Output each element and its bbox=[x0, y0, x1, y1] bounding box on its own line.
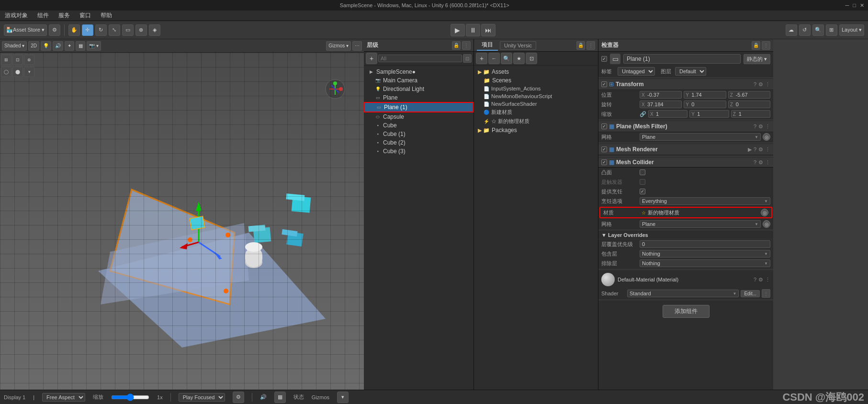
material-settings-icon[interactable]: ⚙ bbox=[758, 277, 763, 283]
proj-search-btn[interactable]: 🔍 bbox=[501, 53, 512, 64]
hier-item-cube1[interactable]: ▪ Cube (1) bbox=[364, 130, 473, 138]
gizmos-toggle-btn[interactable]: ▾ bbox=[337, 392, 349, 403]
proj-options-btn[interactable]: ⊡ bbox=[526, 53, 537, 64]
shader-edit-btn[interactable]: Edit... bbox=[741, 290, 760, 297]
menu-gameobject[interactable]: 游戏对象 bbox=[3, 11, 30, 21]
meshcollider-active[interactable] bbox=[601, 159, 607, 165]
volume-icon[interactable]: 🔊 bbox=[260, 394, 267, 400]
step-button[interactable]: ⏭ bbox=[481, 24, 496, 36]
scale-y-field[interactable]: Y 1 bbox=[689, 110, 729, 118]
collider-mesh-select-btn[interactable]: ◎ bbox=[763, 220, 770, 228]
hier-options-btn[interactable]: ⊡ bbox=[463, 54, 472, 63]
rot-z-field[interactable]: Z 0 bbox=[728, 101, 770, 108]
meshfilter-question-icon[interactable]: ? bbox=[754, 123, 756, 130]
project-tab[interactable]: 项目 bbox=[477, 40, 498, 51]
hier-item-cube3[interactable]: ▪ Cube (3) bbox=[364, 147, 473, 156]
display-settings-btn[interactable]: ▦ bbox=[274, 392, 286, 403]
shader-dropdown[interactable]: Standard bbox=[627, 290, 739, 297]
universal-tool[interactable]: ⊕ bbox=[135, 24, 147, 36]
scale-slider[interactable] bbox=[111, 393, 149, 401]
hier-add-btn[interactable]: + bbox=[366, 53, 377, 64]
cooking-checkbox[interactable] bbox=[640, 189, 645, 194]
hier-item-maincam[interactable]: 📷 Main Camera bbox=[364, 76, 473, 85]
hand-tool[interactable]: ✋ bbox=[68, 24, 80, 36]
scene-view-btn3[interactable]: ⊕ bbox=[24, 55, 34, 65]
object-name-field[interactable] bbox=[623, 54, 741, 64]
hierarchy-lock-btn[interactable]: 🔒 bbox=[452, 41, 461, 50]
tag-select[interactable]: Untagged bbox=[618, 67, 655, 76]
mesh-filter-select-btn[interactable]: ◎ bbox=[763, 133, 770, 141]
trigger-checkbox[interactable] bbox=[640, 179, 645, 185]
meshcollider-more-icon[interactable]: ⋮ bbox=[765, 159, 770, 166]
scene-shading-btn[interactable]: Shaded ▾ bbox=[2, 41, 27, 51]
unity-version-tab[interactable]: Unity Versic bbox=[500, 41, 536, 50]
transform-active[interactable] bbox=[601, 81, 607, 87]
menu-services[interactable]: 服务 bbox=[56, 11, 72, 21]
insp-menu-btn[interactable]: ⋮ bbox=[762, 41, 770, 50]
transform-more-icon[interactable]: ⋮ bbox=[765, 81, 770, 88]
hierarchy-search[interactable] bbox=[378, 55, 462, 62]
scene-view-btn4[interactable]: ◯ bbox=[1, 67, 11, 77]
pos-x-field[interactable]: X -0.37 bbox=[640, 91, 682, 99]
layer-dropdown[interactable]: Everything bbox=[640, 197, 770, 205]
scene-overlay-btn[interactable]: ▦ bbox=[76, 41, 85, 51]
convex-checkbox[interactable] bbox=[640, 169, 645, 175]
rot-y-field[interactable]: Y 0 bbox=[684, 101, 726, 108]
proj-file-physics-material[interactable]: ⚡ ☆ 新的物理材质 bbox=[474, 117, 598, 126]
rot-x-field[interactable]: X 37.184 bbox=[640, 101, 682, 108]
maximize-btn[interactable]: □ bbox=[853, 2, 856, 9]
hierarchy-menu-btn[interactable]: ⋮ bbox=[462, 41, 471, 50]
hier-item-cube[interactable]: ▪ Cube bbox=[364, 121, 473, 130]
proj-file-material[interactable]: 🔵 新建材质 bbox=[474, 108, 598, 117]
scale-z-field[interactable]: Z 1 bbox=[731, 110, 770, 118]
proj-file-inputsystem[interactable]: 📄 InputSystem_Actions bbox=[474, 85, 598, 92]
hier-item-capsule[interactable]: ⬭ Capsule bbox=[364, 112, 473, 121]
mesh-filter-mesh-dropdown[interactable]: Plane bbox=[640, 133, 761, 141]
hier-item-plane1[interactable]: ▭ Plane (1) bbox=[364, 102, 473, 112]
meshrenderer-arrow-icon[interactable]: ▶ bbox=[748, 146, 752, 153]
settings-btn[interactable]: ⚙ bbox=[49, 24, 60, 36]
pos-y-field[interactable]: Y 1.74 bbox=[684, 91, 726, 99]
scene-audio-btn[interactable]: 🔊 bbox=[53, 41, 63, 51]
play-focused-options-btn[interactable]: ⚙ bbox=[233, 392, 244, 403]
scene-fx-btn[interactable]: ✦ bbox=[65, 41, 74, 51]
meshcollider-settings-icon[interactable]: ⚙ bbox=[758, 159, 763, 166]
layout-btn[interactable]: Layout ▾ bbox=[839, 24, 864, 36]
transform-question-icon[interactable]: ? bbox=[754, 81, 756, 88]
scene-view-btn[interactable]: ⊞ bbox=[1, 55, 11, 65]
scene-view[interactable]: ⊞ ⊡ ⊕ ◯ ⬤ ▾ bbox=[0, 53, 364, 390]
scale-tool[interactable]: ⤡ bbox=[109, 24, 120, 36]
proj-nav-btn[interactable]: ← bbox=[488, 53, 500, 64]
meshrenderer-question-icon[interactable]: ? bbox=[754, 146, 756, 153]
cloud-btn[interactable]: ☁ bbox=[786, 24, 797, 36]
meshrenderer-settings-icon[interactable]: ⚙ bbox=[758, 146, 763, 153]
move-tool[interactable]: ✛ bbox=[82, 24, 93, 36]
scene-options-btn[interactable]: ⋯ bbox=[352, 41, 362, 51]
proj-scenes-folder[interactable]: 📁 Scenes bbox=[474, 76, 598, 85]
pos-z-field[interactable]: Z -5.67 bbox=[728, 91, 770, 99]
material-more-icon[interactable]: ⋮ bbox=[765, 277, 770, 283]
scene-view-btn5[interactable]: ⬤ bbox=[12, 67, 23, 77]
priority-value[interactable]: 0 bbox=[640, 240, 770, 248]
proj-packages-folder[interactable]: ▶ 📁 Packages bbox=[474, 126, 598, 135]
hier-item-cube2[interactable]: ▪ Cube (2) bbox=[364, 138, 473, 147]
meshfilter-settings-icon[interactable]: ⚙ bbox=[758, 123, 763, 130]
proj-menu-btn[interactable]: ⋮ bbox=[586, 41, 595, 50]
meshrenderer-more-icon[interactable]: ⋮ bbox=[765, 146, 770, 153]
proj-starred-btn[interactable]: ★ bbox=[513, 53, 525, 64]
scene-gizmos-btn[interactable]: Gizmos ▾ bbox=[326, 41, 351, 51]
proj-lock-btn[interactable]: 🔒 bbox=[576, 41, 585, 50]
proj-file-monobehaviour[interactable]: 📄 NewMonoBehaviourScript bbox=[474, 92, 598, 100]
scene-view-btn2[interactable]: ⊡ bbox=[12, 55, 23, 65]
add-component-button[interactable]: 添加组件 bbox=[663, 305, 710, 318]
layers-btn[interactable]: ⊞ bbox=[826, 24, 837, 36]
layer-select[interactable]: Default bbox=[675, 67, 706, 76]
meshrenderer-active[interactable] bbox=[601, 146, 607, 152]
include-layer-dropdown[interactable]: Nothing bbox=[640, 250, 770, 258]
scene-view-btn6[interactable]: ▾ bbox=[24, 67, 34, 77]
static-button[interactable]: 静态的 ▾ bbox=[744, 54, 770, 64]
material-select-btn[interactable]: ◎ bbox=[761, 209, 768, 216]
hier-item-scene[interactable]: ▶ SampleScene● bbox=[364, 67, 473, 76]
rect-tool[interactable]: ▭ bbox=[122, 24, 134, 36]
aspect-ratio-select[interactable]: Free Aspect bbox=[42, 393, 85, 402]
